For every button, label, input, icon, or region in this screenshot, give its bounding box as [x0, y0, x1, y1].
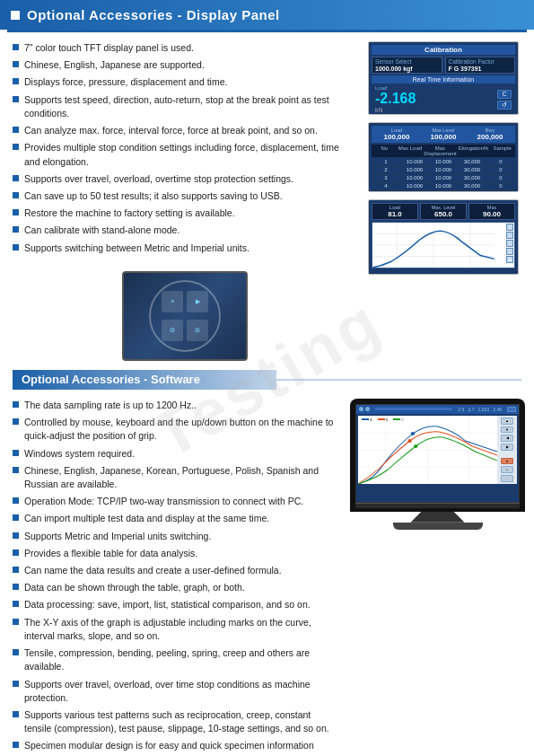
display-bullet-7: Supports over travel, overload, overtime… — [13, 172, 357, 186]
bullet-text: Can save up to 50 test results; it also … — [24, 189, 283, 203]
graph-icon-5[interactable]: ⊞ — [506, 256, 513, 263]
display-bullet-6: Provides multiple stop condition setting… — [13, 141, 357, 168]
monitor-toolbar: 2.5 2.7 1.023 2.46 — [356, 405, 519, 414]
bullet-square-icon — [13, 175, 19, 181]
panel-icon-pc: ⊞ — [187, 320, 208, 341]
software-bullet-text: Chinese, English, Japanese, Korean, Port… — [24, 464, 339, 491]
bullet-square-icon — [13, 44, 19, 50]
monitor-device: 2.5 2.7 1.023 2.46 — [350, 399, 525, 512]
monitor-btn-2[interactable]: ▼ — [501, 426, 513, 434]
bullet-text: 7" color touch TFT display panel is used… — [24, 41, 194, 55]
display-bullet-10: Can calibrate with stand-alone mode. — [13, 224, 357, 237]
table-cell-r3c4: 30,000 — [459, 174, 486, 181]
table-row-4: 410.00010.00030,0000 — [372, 182, 515, 190]
bullet-square-icon — [13, 61, 19, 67]
monitor-right-panel: ▲ ▼ ◀ ▶ ● + - — [497, 416, 517, 484]
display-panel-section: 7" color touch TFT display panel is used… — [0, 32, 534, 366]
graph-max-box: Max 90.00 — [468, 203, 515, 220]
bullet-text: Can analyze max. force, interval force, … — [24, 124, 318, 137]
software-bullet-text: The data sampling rate is up to 1200 Hz.… — [24, 399, 197, 412]
calibration-screen: Calibration Sensor Select 1000.000 kgf C… — [368, 41, 519, 115]
software-bullet-3: Windows system required. — [13, 447, 339, 461]
display-bullet-1: 7" color touch TFT display panel is used… — [13, 41, 357, 55]
table-row-2: 210.00010.00030,0000 — [372, 166, 515, 174]
bullet-square-icon — [13, 549, 19, 556]
bullet-text: Displays force, pressure, displacement a… — [24, 75, 227, 89]
software-bullet-7: Supports Metric and Imperial units switc… — [13, 530, 339, 543]
bullet-square-icon — [13, 681, 19, 687]
monitor-btn-5[interactable]: + — [501, 466, 513, 473]
bullet-square-icon — [13, 144, 19, 150]
col-displacement: Max Displacement — [424, 145, 456, 156]
software-bullet-12: The X-Y axis of the graph is adjustable … — [13, 616, 339, 643]
graph-screen: Load 81.0 Max. Level 650.0 Max 90.00 — [368, 199, 519, 275]
graph-icon-3[interactable]: ↑ — [506, 240, 513, 247]
cal-realtime-label: Real Time Information — [372, 75, 515, 84]
table-cell-r4c5: 0 — [487, 182, 514, 189]
monitor-legend: A B C — [362, 418, 404, 422]
panel-device-image: ≡ ▶ ⚙ ⊞ — [122, 271, 248, 361]
bullet-text: Chinese, English, Japanese are supported… — [24, 58, 205, 72]
graph-icon-4[interactable]: ↓ — [506, 248, 513, 255]
software-bullet-text: Can name the data results and create a u… — [24, 564, 282, 577]
bullet-text: Supports test speed, direction, auto-ret… — [24, 93, 357, 120]
panel-icon-option: ⚙ — [162, 320, 183, 341]
tbl-max-level-col: Max Level 100,000 — [431, 127, 457, 141]
graph-icon-1[interactable]: + — [506, 224, 513, 231]
bullet-text: Restore the machine to factory setting i… — [24, 207, 235, 220]
monitor-btn-1[interactable]: ▲ — [501, 418, 513, 425]
table-cell-r1c1: 1 — [372, 158, 399, 165]
graph-top-values: Load 81.0 Max. Level 650.0 Max 90.00 — [372, 203, 515, 220]
table-cell-r4c3: 10.000 — [430, 182, 457, 189]
display-bullet-2: Chinese, English, Japanese are supported… — [13, 58, 357, 72]
bullet-square-icon — [13, 78, 19, 84]
graph-chart-area: + - ↑ ↓ ⊞ — [372, 222, 515, 268]
tbl-load-col: Load 100,000 — [384, 127, 410, 141]
monitor-btn-4[interactable]: ▶ — [501, 444, 513, 451]
panel-icon-test: ▶ — [187, 291, 208, 312]
bullet-square-icon — [13, 226, 19, 233]
software-bullet-text: Windows system required. — [24, 447, 135, 461]
software-bullet-text: The X-Y axis of the graph is adjustable … — [24, 616, 339, 643]
monitor-column: 2.5 2.7 1.023 2.46 — [350, 399, 525, 756]
bullet-text: Supports over travel, overload, overtime… — [24, 172, 293, 186]
cal-sensor-label: Sensor Select — [375, 58, 439, 65]
monitor-btn-3[interactable]: ◀ — [501, 435, 513, 442]
cal-factor-label: Calibration Factor — [449, 58, 512, 65]
software-bullet-16: Specimen modular design is for easy and … — [13, 739, 339, 756]
bullet-square-icon — [13, 514, 19, 521]
graph-icon-panel: + - ↑ ↓ ⊞ — [506, 224, 513, 263]
software-bullet-1: The data sampling rate is up to 1200 Hz.… — [13, 399, 339, 412]
display-bullets-column: 7" color touch TFT display panel is used… — [13, 41, 357, 361]
bullet-square-icon — [13, 532, 19, 539]
software-bullet-13: Tensile, compression, bending, peeling, … — [13, 646, 339, 673]
graph-icon-2[interactable]: - — [506, 232, 513, 239]
bullet-square-icon — [13, 96, 19, 102]
software-bullet-2: Controlled by mouse, keyboard and the up… — [13, 416, 339, 443]
bullet-square-icon — [13, 209, 19, 215]
svg-point-12 — [411, 432, 415, 435]
table-row-1: 110.00010.00030,0000 — [372, 158, 515, 166]
monitor-btn-6[interactable]: - — [501, 475, 513, 482]
software-bullet-text: Provides a flexible table for data analy… — [24, 547, 197, 560]
cal-sensor-field: Sensor Select 1000.000 kgf — [372, 57, 442, 74]
monitor-graph-area: A B C ▲ ▼ — [358, 416, 517, 484]
table-cell-r1c5: 0 — [487, 158, 514, 165]
monitor-btn-record[interactable]: ● — [501, 458, 513, 465]
table-cell-r3c3: 10.000 — [430, 174, 457, 181]
bullet-text: Supports switching between Metric and Im… — [24, 242, 249, 255]
cal-title: Calibration — [372, 45, 515, 55]
software-bullet-list: The data sampling rate is up to 1200 Hz.… — [13, 399, 339, 756]
software-bullet-15: Supports various test patterns such as r… — [13, 708, 339, 735]
table-cell-r5c4: P040.350 — [459, 190, 486, 192]
toolbar-dot-2 — [365, 407, 370, 411]
cal-load-value: -2.168 — [375, 91, 416, 107]
table-cell-r2c5: 0 — [487, 166, 514, 173]
software-bullet-text: Specimen modular design is for easy and … — [24, 739, 339, 756]
monitor-stand — [411, 512, 465, 523]
bullet-square-icon — [13, 567, 19, 573]
header-square-icon — [11, 11, 20, 20]
col-elongation: Elongation% — [459, 145, 489, 156]
monitor-bottom-bar — [355, 503, 520, 508]
col-max-load: Max Load — [398, 145, 423, 156]
